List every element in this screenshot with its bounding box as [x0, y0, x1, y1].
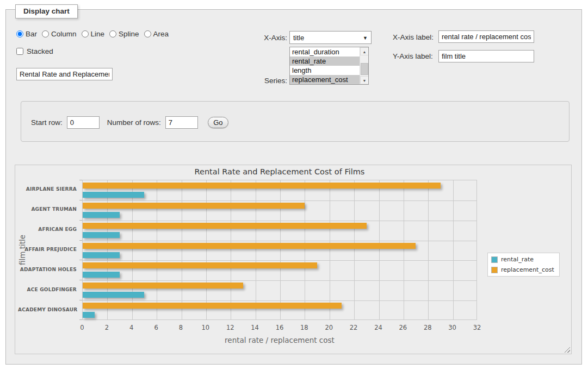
legend-swatch-rental_rate — [491, 256, 498, 263]
scroll-up-icon[interactable]: ▲ — [360, 47, 369, 55]
chart-type-radio[interactable] — [82, 30, 89, 37]
bar-rental_rate — [83, 252, 120, 258]
plot-area — [82, 180, 477, 320]
legend-item: replacement_cost — [491, 266, 554, 273]
x-axis-label-input[interactable] — [438, 30, 534, 43]
stacked-checkbox[interactable] — [16, 48, 23, 55]
stacked-option[interactable]: Stacked — [16, 47, 53, 55]
chart-type-radio[interactable] — [16, 30, 23, 37]
bar-replacement_cost — [83, 283, 243, 289]
legend-item: rental_rate — [491, 256, 554, 263]
gridline — [83, 280, 476, 281]
gridline — [305, 180, 305, 319]
series-scrollbar[interactable]: ▲ ▼ — [360, 47, 368, 84]
y-axis-label-caption: Y-Axis label: — [393, 52, 436, 60]
series-option-rental_rate[interactable]: rental_rate — [290, 57, 360, 66]
x-tick-label: 10 — [197, 324, 214, 331]
stacked-label: Stacked — [27, 47, 53, 55]
x-tick-label: 12 — [222, 324, 238, 331]
gridline — [107, 180, 108, 319]
gridline — [256, 180, 256, 319]
bar-replacement_cost — [83, 203, 305, 209]
num-rows-input[interactable] — [165, 116, 198, 129]
x-tick-label: 14 — [247, 324, 263, 331]
x-tick-label: 6 — [148, 324, 164, 331]
start-row-input[interactable] — [67, 116, 100, 129]
gridline — [280, 180, 281, 319]
gridline — [157, 180, 157, 319]
resize-handle-icon[interactable] — [564, 347, 570, 353]
y-axis-title: film title — [18, 180, 27, 320]
go-button[interactable]: Go — [208, 117, 228, 128]
chevron-down-icon: ▼ — [363, 35, 368, 41]
gridline — [83, 300, 476, 301]
x-tick-label: 32 — [469, 324, 485, 331]
x-tick-label: 28 — [419, 324, 436, 331]
bar-rental_rate — [83, 212, 120, 218]
y-tick-mark — [79, 260, 82, 260]
gridline — [379, 180, 380, 319]
x-axis-select[interactable]: title ▼ — [289, 31, 372, 44]
category-label: ACADEMY DINOSAUR — [18, 307, 77, 312]
x-tick-label: 16 — [271, 324, 288, 331]
gridline — [330, 180, 330, 319]
bar-rental_rate — [83, 272, 120, 278]
legend-label: replacement_cost — [501, 266, 554, 273]
bar-rental_rate — [83, 292, 144, 298]
y-tick-mark — [79, 319, 82, 320]
y-tick-mark — [79, 180, 82, 180]
x-tick-label: 22 — [345, 324, 362, 331]
chart-type-column[interactable]: Column — [42, 30, 77, 38]
bar-replacement_cost — [83, 243, 416, 249]
gridline — [83, 260, 476, 261]
gridline — [404, 180, 404, 319]
bar-rental_rate — [83, 312, 95, 318]
gridline — [83, 241, 476, 241]
x-axis-title: rental rate / replacement cost — [82, 336, 477, 344]
category-label: AFRICAN EGG — [18, 227, 77, 232]
x-tick-label: 30 — [444, 324, 461, 331]
start-row-label: Start row: — [31, 118, 63, 127]
series-options: rental_durationrental_ratelengthreplacem… — [290, 47, 360, 84]
bar-rental_rate — [83, 192, 144, 198]
series-option-rental_duration[interactable]: rental_duration — [290, 47, 360, 57]
chart-type-radio[interactable] — [109, 30, 116, 37]
chart-type-radio-label: Area — [153, 30, 169, 38]
y-tick-mark — [79, 300, 82, 300]
x-tick-label: 24 — [370, 324, 387, 331]
chart-legend: rental_ratereplacement_cost — [487, 253, 560, 277]
x-tick-label: 26 — [395, 324, 411, 331]
chart-type-radio[interactable] — [144, 30, 151, 37]
category-label: ACE GOLDFINGER — [18, 287, 77, 292]
category-label: AGENT TRUMAN — [18, 206, 77, 212]
series-option-replacement_cost[interactable]: replacement_cost — [290, 75, 360, 84]
chart-type-spline[interactable]: Spline — [109, 30, 139, 38]
x-axis-label-caption: X-Axis label: — [393, 33, 436, 41]
chart-type-area[interactable]: Area — [144, 30, 169, 38]
chart-type-radio-label: Bar — [26, 30, 37, 38]
bar-replacement_cost — [83, 262, 317, 268]
gridline — [132, 180, 133, 319]
legend-swatch-replacement_cost — [491, 267, 498, 273]
y-tick-mark — [79, 280, 82, 280]
gridline — [354, 180, 355, 319]
y-tick-mark — [79, 240, 82, 241]
series-option-length[interactable]: length — [290, 66, 360, 75]
page: Display chart BarColumnLineSplineArea St… — [0, 0, 588, 370]
scrollbar-thumb[interactable] — [361, 63, 368, 75]
gridline — [206, 180, 207, 319]
gridline — [453, 180, 454, 319]
series-listbox[interactable]: rental_durationrental_ratelengthreplacem… — [289, 47, 369, 85]
y-axis-label-input[interactable] — [438, 50, 534, 62]
x-tick-label: 8 — [173, 324, 189, 331]
x-axis-selected-value: title — [293, 34, 304, 42]
x-tick-label: 18 — [296, 324, 312, 331]
chart-type-radio[interactable] — [42, 30, 49, 37]
fieldset-legend: Display chart — [15, 4, 78, 18]
scroll-down-icon[interactable]: ▼ — [360, 76, 369, 84]
x-tick-label: 0 — [74, 324, 90, 331]
chart-title-input[interactable] — [16, 68, 113, 80]
chart-type-bar[interactable]: Bar — [16, 30, 37, 38]
chart-type-line[interactable]: Line — [82, 30, 105, 38]
gridline — [83, 200, 476, 201]
